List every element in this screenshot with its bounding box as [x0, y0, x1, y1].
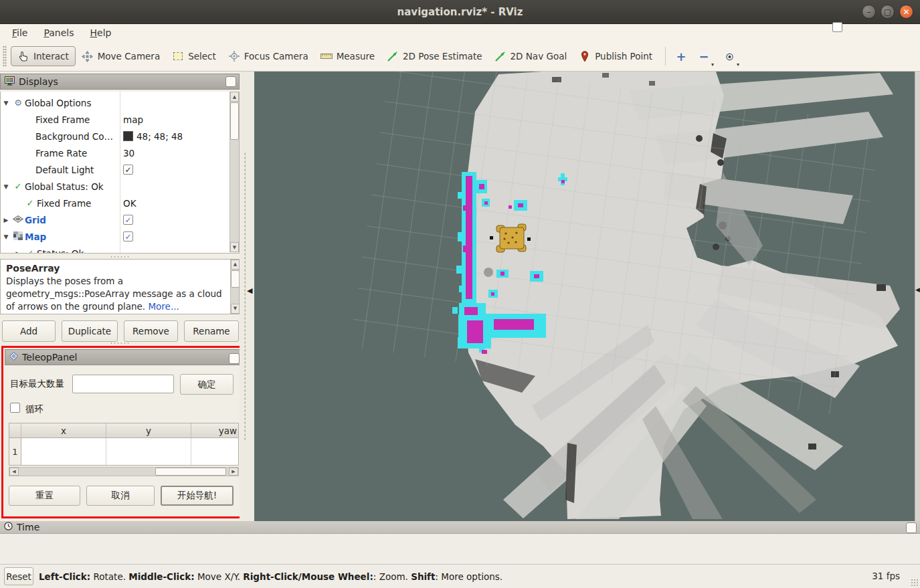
scrollbar-thumb[interactable] [231, 270, 240, 288]
loop-checkbox[interactable] [10, 403, 20, 413]
column-header-y[interactable]: y [106, 423, 191, 437]
expander-down-icon[interactable]: ▼ [1, 183, 11, 190]
tree-row-global-status[interactable]: ▼ ✓ Global Status: Ok [1, 178, 231, 195]
column-header-yaw[interactable]: yaw [191, 423, 238, 437]
teleop-float-button[interactable] [229, 353, 240, 364]
collapse-left-arrow-icon[interactable]: ◀ [247, 286, 252, 295]
scrollbar-thumb[interactable] [230, 102, 239, 140]
titlebar[interactable]: navigation.rviz* - RViz – ▢ ✕ [0, 0, 920, 24]
max-goals-input[interactable] [72, 375, 174, 393]
tree-row-default-light[interactable]: Default Light ✓ [1, 161, 231, 178]
expander-right-icon[interactable]: ▶ [1, 217, 11, 223]
window-title: navigation.rviz* - RViz [397, 6, 523, 18]
tool-visibility-button[interactable]: ▾ [721, 46, 738, 66]
minimize-button[interactable]: – [862, 5, 876, 19]
fixed-frame-value[interactable]: map [123, 114, 143, 125]
render-viewport[interactable] [254, 72, 915, 521]
time-panel-header[interactable]: Time [0, 521, 920, 534]
display-description-panel[interactable]: PoseArray Displays the poses from a geom… [0, 259, 240, 314]
duplicate-button[interactable]: Duplicate [62, 320, 118, 342]
displays-tree[interactable]: ▼ ⚙ Global Options Fixed Frame map Backg… [0, 92, 240, 254]
reset-button[interactable]: Reset [4, 567, 33, 585]
scroll-down-arrow[interactable]: ▼ [231, 304, 240, 314]
expander-right-icon[interactable]: ▶ [13, 250, 23, 254]
start-navigation-button[interactable]: 开始导航! [161, 486, 234, 506]
description-scrollbar[interactable]: ▲ ▼ [230, 260, 240, 314]
tool-2d-nav-goal[interactable]: 2D Nav Goal [488, 47, 573, 66]
splitter-handle[interactable] [110, 256, 130, 258]
scroll-up-arrow[interactable]: ▲ [231, 260, 240, 270]
tree-row-frame-rate[interactable]: Frame Rate 30 [1, 144, 231, 161]
scroll-right-arrow[interactable]: ▶ [229, 468, 238, 476]
checkbox-checked[interactable]: ✓ [123, 215, 133, 225]
frame-rate-value[interactable]: 30 [123, 148, 134, 159]
tool-interact-label: Interact [33, 51, 69, 62]
tool-2d-pose-estimate[interactable]: 2D Pose Estimate [381, 47, 488, 66]
goal-table[interactable]: x y yaw 1 [9, 423, 239, 466]
add-tool-button[interactable]: + [672, 46, 690, 66]
menu-help[interactable]: Help [84, 26, 118, 39]
close-button[interactable]: ✕ [899, 5, 913, 19]
tree-row-map[interactable]: ▼ Map ✓ [1, 228, 231, 245]
panel-splitter[interactable]: ◀ [240, 72, 254, 521]
tree-row-fixed-frame-status[interactable]: ✓ Fixed Frame OK [1, 195, 231, 211]
displays-scrollbar[interactable]: ▲ ▼ [229, 92, 239, 252]
scroll-down-arrow[interactable]: ▼ [230, 242, 239, 252]
add-button[interactable]: Add [2, 320, 56, 342]
scrollbar-thumb[interactable] [155, 468, 226, 476]
default-light-checkbox[interactable]: ✓ [123, 165, 133, 175]
views-panel-collapsed-strip[interactable]: ◀ [915, 72, 920, 521]
tool-move-camera[interactable]: Move Camera [76, 47, 166, 66]
tool-interact[interactable]: Interact [11, 46, 76, 66]
maximize-button[interactable]: ▢ [881, 5, 895, 19]
tree-row-global-options[interactable]: ▼ ⚙ Global Options [1, 94, 231, 111]
checkbox-checked[interactable]: ✓ [123, 231, 133, 241]
menu-file[interactable]: File [5, 26, 34, 39]
toolbar-drag-handle[interactable] [3, 45, 7, 67]
goal-table-row[interactable]: 1 [9, 438, 238, 465]
experimental-checkbox[interactable] [832, 22, 842, 32]
splitter-handle[interactable] [110, 342, 130, 345]
rename-button[interactable]: Rename [184, 320, 239, 342]
tree-row-map-status[interactable]: ▶ ✓ Status: Ok [1, 245, 231, 254]
cancel-button[interactable]: 取消 [86, 486, 155, 506]
expander-down-icon[interactable]: ▼ [1, 100, 11, 106]
cell-y[interactable] [106, 438, 191, 465]
collapse-left-arrow-icon[interactable]: ◀ [915, 286, 920, 293]
map-enabled-checkbox[interactable]: ✓ [123, 231, 133, 241]
checkbox-checked[interactable]: ✓ [123, 165, 133, 175]
more-link[interactable]: More... [148, 301, 179, 312]
column-header-x[interactable]: x [21, 423, 106, 437]
time-float-button[interactable] [906, 522, 917, 533]
description-line-text: of arrows on the ground plane. [6, 301, 148, 312]
remove-tool-button[interactable]: − ▾ [695, 46, 713, 66]
remove-button[interactable]: Remove [124, 320, 178, 342]
menu-panels[interactable]: Panels [37, 26, 80, 39]
scroll-left-arrow[interactable]: ◀ [9, 468, 19, 476]
cell-x[interactable] [21, 438, 106, 465]
statusbar: Reset Left-Click: Rotate. Middle-Click: … [0, 564, 920, 588]
background-color-value[interactable]: 48; 48; 48 [123, 131, 183, 142]
tool-select[interactable]: Select [166, 47, 222, 66]
cell-yaw[interactable] [191, 438, 238, 465]
tool-focus-camera[interactable]: Focus Camera [222, 47, 314, 66]
left-panel-column: Displays ▼ ⚙ Global Options Fixed Frame … [0, 72, 240, 521]
tree-row-grid[interactable]: ▶ Grid ✓ [1, 211, 231, 228]
tool-measure[interactable]: Measure [314, 47, 381, 66]
teleop-panel-highlight: TeleopPanel 目标最大数量 确定 循环 x y yaw [1, 346, 248, 518]
tree-row-fixed-frame[interactable]: Fixed Frame map [1, 111, 231, 128]
teleop-panel-header[interactable]: TeleopPanel [5, 349, 244, 365]
tool-publish-point[interactable]: Publish Point [573, 47, 658, 66]
goal-table-hscrollbar[interactable]: ◀ ▶ [9, 467, 239, 476]
row-number: 1 [9, 438, 21, 465]
tree-row-background-color[interactable]: Background Co… 48; 48; 48 [1, 128, 231, 144]
resize-grip[interactable] [911, 579, 919, 587]
displays-panel-header[interactable]: Displays [0, 74, 240, 90]
tree-row-label: Status: Ok [37, 248, 84, 254]
confirm-button[interactable]: 确定 [180, 374, 234, 395]
scroll-up-arrow[interactable]: ▲ [230, 92, 239, 102]
expander-down-icon[interactable]: ▼ [1, 233, 11, 240]
displays-float-button[interactable] [225, 76, 236, 87]
reset-goals-button[interactable]: 重置 [9, 486, 80, 506]
grid-enabled-checkbox[interactable]: ✓ [123, 215, 133, 225]
